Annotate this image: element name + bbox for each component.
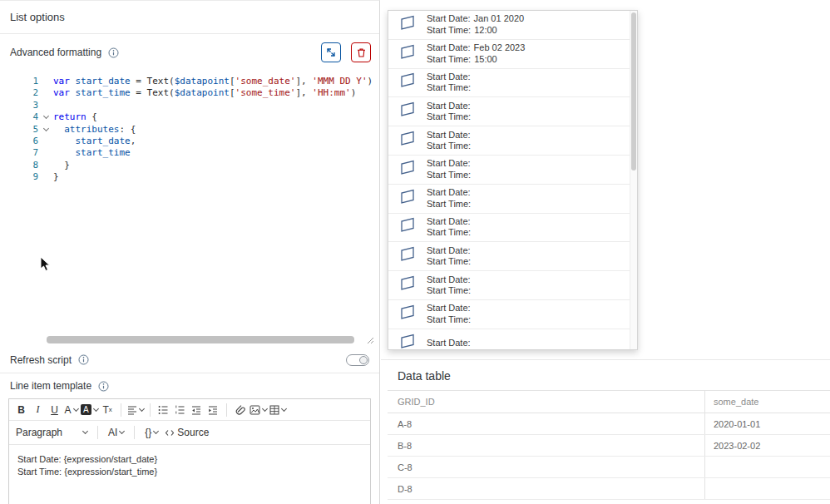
list-item[interactable]: Start Date: Start Time: [388, 69, 637, 98]
code-area[interactable]: 1 var start_date = Text($datapoint['some… [5, 71, 374, 184]
preview-scrollbar-thumb[interactable] [631, 12, 636, 170]
list-item[interactable]: Start Date:Feb 02 2023 Start Time:15:00 [388, 40, 637, 69]
fold-toggle[interactable] [38, 160, 53, 171]
source-button[interactable]: Source [165, 427, 209, 438]
column-header-grid-id[interactable]: GRID_ID [388, 391, 705, 413]
list-item[interactable]: Start Date: Start Time: [388, 156, 637, 185]
code-line: 7 start_time [5, 147, 374, 159]
app-root: List options Advanced formatting 1 va [0, 0, 830, 504]
template-content[interactable]: Start Date: {expression/start_date} Star… [9, 445, 370, 487]
code-text: } [53, 171, 59, 183]
script-editor[interactable]: 1 var start_date = Text($datapoint['some… [5, 71, 374, 347]
list-item-text: Start Date: Start Time: [427, 338, 474, 349]
alignment-button[interactable] [127, 402, 144, 418]
code-text: } [53, 160, 70, 171]
list-item[interactable]: Start Date: Start Time: [388, 97, 637, 126]
date-value: Feb 02 2023 [474, 42, 526, 54]
ai-dropdown[interactable]: AI [108, 427, 124, 438]
date-label: Start Date: [427, 303, 471, 314]
chevron-down-icon [139, 405, 145, 411]
flag-icon [398, 72, 417, 92]
table-row[interactable]: D-8 [388, 478, 830, 500]
source-label: Source [177, 427, 209, 438]
fold-toggle[interactable] [38, 136, 53, 147]
italic-button[interactable]: I [31, 402, 45, 418]
fold-toggle[interactable] [38, 76, 53, 87]
refresh-script-toggle[interactable] [346, 354, 369, 366]
list-item-text: Start Date: Start Time: [427, 303, 474, 325]
paragraph-style-dropdown[interactable]: Paragraph [16, 427, 87, 438]
chevron-down-icon [42, 126, 48, 131]
info-icon[interactable] [78, 354, 89, 365]
placeholder-dropdown[interactable]: {} [145, 427, 158, 438]
clear-formatting-button[interactable]: Tx [101, 402, 115, 418]
fold-toggle[interactable] [38, 100, 53, 111]
preview-scrollbar[interactable] [630, 11, 637, 349]
rte-toolbar-styles: Paragraph AI {} Source [9, 421, 370, 445]
some-date-cell: 2023-02-02 [705, 435, 830, 456]
fold-toggle[interactable] [38, 171, 53, 183]
time-label: Start Time: [427, 314, 471, 326]
fold-toggle[interactable] [38, 87, 53, 99]
list-item[interactable]: Start Date:Jan 01 2020 Start Time:12:00 [388, 11, 637, 40]
toolbar-divider [97, 426, 98, 439]
code-text: attributes: { [53, 124, 136, 136]
source-code-icon [165, 428, 175, 437]
table-row[interactable]: C-8 [388, 457, 830, 478]
line-number: 8 [5, 160, 38, 171]
grid-id-cell: D-8 [388, 478, 705, 499]
delete-script-button[interactable] [351, 42, 371, 62]
bold-button[interactable]: B [14, 402, 28, 418]
flag-icon [398, 334, 417, 350]
toolbar-divider [121, 403, 121, 417]
date-label: Start Date: [427, 245, 471, 257]
increase-indent-button[interactable] [206, 402, 220, 418]
link-button[interactable] [233, 402, 247, 418]
underline-button[interactable]: U [47, 402, 62, 418]
expand-editor-button[interactable] [321, 42, 341, 62]
resize-handle[interactable] [365, 335, 374, 347]
line-number: 9 [5, 171, 38, 183]
list-item[interactable]: Start Date: Start Time: [388, 300, 637, 329]
insert-table-button[interactable] [269, 402, 286, 418]
fold-toggle[interactable] [38, 124, 53, 136]
table-row[interactable]: A-8 2020-01-01 [388, 413, 830, 435]
date-label: Start Date: [427, 72, 471, 83]
list-item[interactable]: Start Date: Start Time: [388, 271, 637, 300]
code-line: 5 attributes: { [5, 124, 374, 136]
info-icon[interactable] [108, 47, 119, 58]
bullet-list-button[interactable] [156, 402, 170, 418]
list-item-text: Start Date: Start Time: [427, 101, 474, 123]
list-item[interactable]: Start Date: Start Time: [388, 214, 637, 243]
rich-text-editor: B I U A A Tx [8, 398, 371, 504]
braces-label: {} [145, 427, 151, 438]
column-header-some-date[interactable]: some_date [705, 391, 830, 413]
hscrollbar-thumb[interactable] [47, 336, 354, 343]
list-item-text: Start Date: Start Time: [427, 130, 474, 152]
insert-image-button[interactable] [249, 402, 267, 418]
list-item[interactable]: Start Date: Start Time: [388, 126, 637, 156]
data-table: GRID_ID some_date A-8 2020-01-01 B-8 202… [388, 390, 830, 500]
some-date-cell: 2020-01-01 [705, 413, 830, 434]
line-item-template-row: Line item template [0, 373, 379, 398]
code-text: var start_time = Text($datapoint['some_t… [53, 87, 356, 99]
decrease-indent-button[interactable] [190, 402, 204, 418]
info-icon[interactable] [98, 381, 109, 392]
table-row[interactable]: B-8 2023-02-02 [388, 435, 830, 457]
numbered-list-button[interactable] [173, 402, 187, 418]
time-label: Start Time: [427, 141, 471, 152]
time-value: 15:00 [474, 54, 497, 66]
font-color-button[interactable]: A [64, 402, 78, 418]
time-label: Start Time: [427, 227, 471, 239]
list-item[interactable]: Start Date: Start Time: [388, 242, 637, 271]
paragraph-style-value: Paragraph [16, 427, 62, 438]
fold-toggle[interactable] [38, 147, 53, 159]
list-item[interactable]: Start Date: Start Time: [388, 329, 637, 350]
editor-hscrollbar[interactable] [47, 336, 361, 343]
fold-toggle[interactable] [38, 111, 53, 123]
list-item[interactable]: Start Date: Start Time: [388, 185, 637, 214]
some-date-cell [705, 457, 830, 477]
highlight-color-button[interactable]: A [81, 402, 98, 418]
trash-icon [356, 47, 367, 58]
flag-icon [398, 101, 417, 121]
